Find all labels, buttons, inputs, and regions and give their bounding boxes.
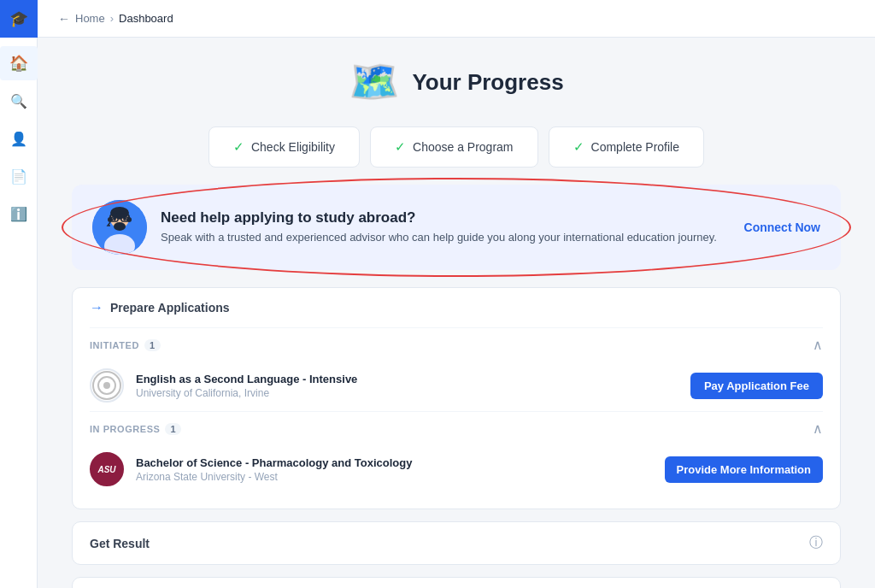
top-navigation: ← Home › Dashboard xyxy=(38,0,875,38)
apply-for-visa-header[interactable]: Apply for Visa ⓘ xyxy=(73,578,840,588)
step-complete-profile[interactable]: ✓ Complete Profile xyxy=(549,126,705,168)
svg-point-11 xyxy=(126,217,132,222)
step-label-profile: Complete Profile xyxy=(591,140,680,154)
uci-app-info: English as a Second Language - Intensive… xyxy=(136,373,678,399)
sidebar-item-documents[interactable]: 📄 xyxy=(0,159,38,193)
svg-point-14 xyxy=(103,382,110,389)
page-title: Your Progress xyxy=(412,69,563,96)
asu-app-name: Bachelor of Science - Pharmacology and T… xyxy=(136,456,653,469)
in-progress-text: IN PROGRESS xyxy=(90,424,160,434)
in-progress-chevron-icon[interactable]: ∧ xyxy=(813,420,823,437)
help-banner: Need help applying to study abroad? Spea… xyxy=(72,185,841,270)
table-row: ASU Bachelor of Science - Pharmacology a… xyxy=(90,444,823,495)
uci-app-name: English as a Second Language - Intensive xyxy=(136,373,678,385)
sidebar-item-info[interactable]: ℹ️ xyxy=(0,197,38,231)
search-icon: 🔍 xyxy=(10,93,27,109)
asu-app-info: Bachelor of Science - Pharmacology and T… xyxy=(136,456,653,483)
initiated-chevron-icon[interactable]: ∧ xyxy=(813,337,823,353)
breadcrumb-home[interactable]: Home xyxy=(75,12,105,25)
applications-body: INITIATED 1 ∧ English a xyxy=(73,327,840,509)
breadcrumb-current: Dashboard xyxy=(119,12,173,25)
info-circle-icon: ℹ️ xyxy=(10,206,27,222)
help-banner-wrapper: Need help applying to study abroad? Spea… xyxy=(72,185,841,270)
main-area: ← Home › Dashboard 🗺️ Your Progress ✓ Ch… xyxy=(38,0,875,588)
asu-school-name: Arizona State University - West xyxy=(136,471,653,483)
help-description: Speak with a trusted and experienced adv… xyxy=(161,230,731,245)
sidebar: 🎓 🏠 🔍 👤 📄 ℹ️ xyxy=(0,0,38,588)
get-result-section: Get Result ⓘ xyxy=(72,521,841,565)
uci-logo xyxy=(90,368,124,403)
svg-point-6 xyxy=(113,217,116,220)
asu-logo-text: ASU xyxy=(97,465,115,474)
prepare-applications-title: → Prepare Applications xyxy=(90,300,230,315)
initiated-subsection-header: INITIATED 1 ∧ xyxy=(90,327,823,360)
help-text: Need help applying to study abroad? Spea… xyxy=(161,209,731,245)
step-check-eligibility[interactable]: ✓ Check Eligibility xyxy=(208,126,360,168)
person-icon: 👤 xyxy=(10,131,27,147)
step-label-eligibility: Check Eligibility xyxy=(251,140,335,154)
prepare-applications-section: → Prepare Applications INITIATED 1 ∧ xyxy=(72,287,841,509)
arrow-right-icon: → xyxy=(90,300,103,315)
back-arrow-icon[interactable]: ← xyxy=(58,12,70,26)
svg-point-10 xyxy=(108,217,113,222)
pay-application-fee-button[interactable]: Pay Application Fee xyxy=(690,373,823,399)
initiated-text: INITIATED xyxy=(90,340,139,350)
check-icon-profile: ✓ xyxy=(573,139,584,155)
progress-header: 🗺️ Your Progress xyxy=(72,58,841,106)
apply-for-visa-section: Apply for Visa ⓘ xyxy=(72,577,841,588)
uci-school-name: University of California, Irvine xyxy=(136,387,678,399)
steps-bar: ✓ Check Eligibility ✓ Choose a Program ✓… xyxy=(72,126,841,168)
in-progress-subsection-header: IN PROGRESS 1 ∧ xyxy=(90,411,823,444)
initiated-count: 1 xyxy=(144,339,161,351)
get-result-header[interactable]: Get Result ⓘ xyxy=(73,522,840,564)
advisor-avatar xyxy=(92,200,147,255)
get-result-label: Get Result xyxy=(90,537,150,550)
get-result-info-icon: ⓘ xyxy=(809,534,823,552)
asu-logo: ASU xyxy=(90,452,124,486)
sidebar-item-profile[interactable]: 👤 xyxy=(0,121,38,156)
step-label-program: Choose a Program xyxy=(413,140,514,154)
svg-point-7 xyxy=(123,217,126,220)
in-progress-label: IN PROGRESS 1 xyxy=(90,423,181,435)
get-result-title: Get Result xyxy=(90,537,150,550)
step-choose-program[interactable]: ✓ Choose a Program xyxy=(370,126,538,168)
content-area: 🗺️ Your Progress ✓ Check Eligibility ✓ C… xyxy=(38,38,875,588)
provide-more-information-button[interactable]: Provide More Information xyxy=(665,456,823,483)
help-title: Need help applying to study abroad? xyxy=(161,209,731,226)
table-row: English as a Second Language - Intensive… xyxy=(90,360,823,411)
sidebar-item-home[interactable]: 🏠 xyxy=(0,46,38,80)
prepare-applications-header[interactable]: → Prepare Applications xyxy=(73,288,840,327)
logo-icon: 🎓 xyxy=(9,9,28,28)
svg-point-8 xyxy=(114,222,126,231)
initiated-label: INITIATED 1 xyxy=(90,339,161,351)
in-progress-count: 1 xyxy=(165,423,181,435)
breadcrumb-separator: › xyxy=(110,12,114,25)
sidebar-logo: 🎓 xyxy=(0,0,38,38)
check-icon-program: ✓ xyxy=(395,139,406,155)
home-icon: 🏠 xyxy=(9,54,28,73)
document-icon: 📄 xyxy=(10,168,27,185)
prepare-applications-label: Prepare Applications xyxy=(110,301,230,315)
sidebar-item-search[interactable]: 🔍 xyxy=(0,84,38,118)
map-icon: 🗺️ xyxy=(349,58,400,106)
check-icon-eligibility: ✓ xyxy=(233,139,244,155)
connect-now-button[interactable]: Connect Now xyxy=(744,220,820,234)
